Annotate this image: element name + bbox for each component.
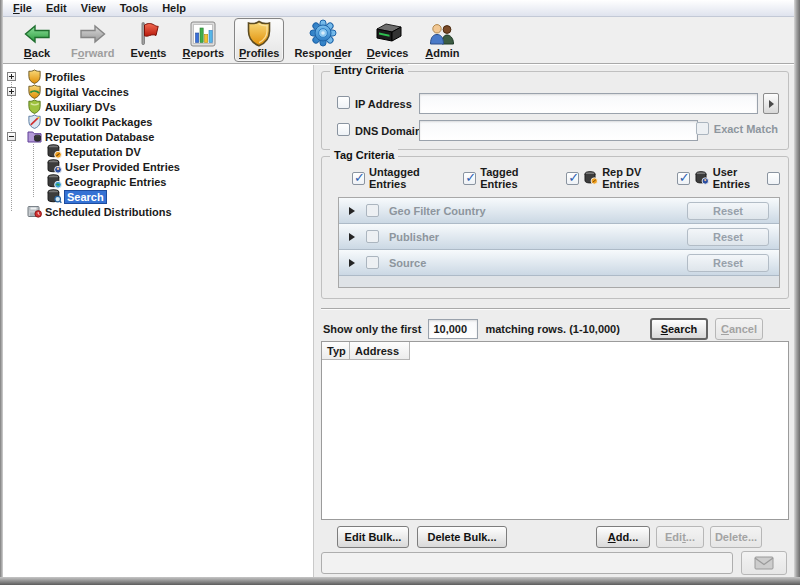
- tree-item-geographic-entries[interactable]: Geographic Entries: [3, 174, 313, 189]
- toolbar-label: Profiles: [239, 47, 279, 60]
- ip-address-input[interactable]: [419, 93, 758, 114]
- tree-item-label: DV Toolkit Packages: [45, 116, 152, 128]
- dns-domain-checkbox[interactable]: [337, 123, 350, 136]
- user-entries-label: User Entries: [713, 166, 767, 190]
- collapse-minus-icon[interactable]: [7, 132, 16, 141]
- tree-item-reputation-dv[interactable]: Reputation DV: [3, 144, 313, 159]
- database-user-icon: [695, 171, 709, 185]
- filter-row-publisher: Publisher Reset: [339, 224, 779, 250]
- menu-help[interactable]: Help: [155, 1, 193, 15]
- menu-tools[interactable]: Tools: [113, 1, 156, 15]
- toolbar-button-admin[interactable]: Admin: [418, 18, 466, 62]
- show-only-prefix-label: Show only the first: [323, 323, 421, 335]
- reset-button[interactable]: Reset: [687, 228, 769, 246]
- toolbar-button-back[interactable]: Back: [13, 18, 61, 62]
- expand-plus-icon[interactable]: [7, 87, 16, 96]
- toolbar-button-responder[interactable]: Responder: [289, 18, 356, 62]
- red-flag-icon: [137, 20, 159, 47]
- search-button[interactable]: Search: [650, 318, 708, 340]
- menu-edit[interactable]: Edit: [39, 1, 74, 15]
- status-row: [321, 551, 789, 575]
- filter-row-source: Source Reset: [339, 250, 779, 276]
- toolbar-button-devices[interactable]: Devices: [362, 18, 414, 62]
- row-count-input[interactable]: [428, 319, 478, 339]
- user-entries-checkbox[interactable]: [677, 172, 690, 185]
- tree-item-dv-toolkit-packages[interactable]: DV Toolkit Packages: [3, 114, 313, 129]
- exact-match-checkbox[interactable]: [696, 122, 709, 135]
- tag-criteria-group: Tag Criteria Untagged Entries Tagged Ent…: [321, 156, 789, 299]
- expand-triangle-icon[interactable]: [349, 259, 355, 267]
- toolbar-button-events[interactable]: Events: [124, 18, 172, 62]
- toolbar-button-profiles[interactable]: Profiles: [234, 18, 284, 62]
- filter-row-geo-country: Geo Filter Country Reset: [339, 198, 779, 224]
- database-search-icon: [47, 189, 62, 204]
- expand-triangle-icon[interactable]: [349, 207, 355, 215]
- tree-item-scheduled-distributions[interactable]: Scheduled Distributions: [3, 204, 313, 219]
- toolbar-label: Reports: [182, 47, 224, 60]
- reset-button[interactable]: Reset: [687, 254, 769, 272]
- tree-item-label: Geographic Entries: [65, 176, 166, 188]
- geo-filter-country-checkbox[interactable]: [366, 204, 379, 217]
- edit-button[interactable]: Edit...: [656, 526, 704, 548]
- entry-criteria-title: Entry Criteria: [330, 64, 408, 76]
- tree-item-search[interactable]: Search: [3, 189, 313, 204]
- toolbar-label: Admin: [425, 47, 459, 60]
- results-table[interactable]: Typ Address: [321, 341, 789, 520]
- tree-item-user-provided-entries[interactable]: User Provided Entries: [3, 159, 313, 174]
- tree-item-label: Reputation DV: [65, 146, 141, 158]
- tree-item-label: Digital Vaccines: [45, 86, 129, 98]
- ip-address-checkbox[interactable]: [337, 96, 350, 109]
- tree-item-label: Scheduled Distributions: [45, 206, 172, 218]
- untagged-entries-checkbox[interactable]: [352, 172, 365, 185]
- reset-button[interactable]: Reset: [687, 202, 769, 220]
- column-header-address[interactable]: Address: [350, 342, 410, 360]
- tree-item-label: Profiles: [45, 71, 85, 83]
- tree-item-label: Auxiliary DVs: [45, 101, 116, 113]
- publisher-checkbox[interactable]: [366, 230, 379, 243]
- extra-checkbox[interactable]: [767, 172, 780, 185]
- rep-dv-entries-checkbox[interactable]: [566, 172, 579, 185]
- expand-plus-icon[interactable]: [7, 72, 16, 81]
- tagged-entries-label: Tagged Entries: [480, 166, 546, 190]
- database-user-icon: [47, 159, 62, 174]
- delete-button[interactable]: Delete...: [710, 526, 762, 548]
- ip-address-label: IP Address: [355, 98, 412, 110]
- tree-item-reputation-database[interactable]: Reputation Database: [3, 129, 313, 144]
- search-panel: Entry Criteria IP Address DNS Domain Exa…: [313, 65, 794, 577]
- tree-item-profiles[interactable]: Profiles: [3, 69, 313, 84]
- source-checkbox[interactable]: [366, 256, 379, 269]
- search-controls-row: Show only the first matching rows. (1-10…: [323, 317, 789, 341]
- tree-item-digital-vaccines[interactable]: Digital Vaccines: [3, 84, 313, 99]
- blue-gear-icon: [309, 19, 337, 47]
- dns-domain-input[interactable]: [419, 120, 698, 141]
- tree-item-label: Reputation Database: [45, 131, 154, 143]
- window-border-right: [794, 0, 800, 585]
- edit-bulk-button[interactable]: Edit Bulk...: [337, 526, 409, 548]
- exact-match-control: Exact Match: [696, 122, 778, 135]
- status-message-field: [321, 552, 733, 574]
- menu-view[interactable]: View: [74, 1, 113, 15]
- toolbar-button-reports[interactable]: Reports: [177, 18, 229, 62]
- gold-shield-icon: [27, 69, 42, 84]
- tagged-entries-checkbox[interactable]: [463, 172, 476, 185]
- menu-file[interactable]: File: [6, 1, 39, 15]
- toolbar-button-forward[interactable]: Forward: [66, 18, 119, 62]
- add-button[interactable]: Add...: [596, 526, 650, 548]
- application-window: File Edit View Tools Help Back Forward E…: [0, 0, 800, 585]
- cancel-button[interactable]: Cancel: [715, 318, 763, 340]
- column-header-typ[interactable]: Typ: [322, 342, 350, 360]
- database-rep-icon: [47, 144, 62, 159]
- tag-filters-container: Geo Filter Country Reset Publisher Reset…: [338, 197, 780, 288]
- delete-bulk-button[interactable]: Delete Bulk...: [417, 526, 507, 548]
- toolbar-label: Events: [130, 47, 166, 60]
- back-arrow-icon: [24, 20, 50, 47]
- gold-shield-icon: [247, 20, 271, 47]
- send-mail-button[interactable]: [741, 551, 787, 575]
- window-border-bottom: [0, 577, 800, 585]
- publisher-label: Publisher: [389, 231, 439, 243]
- main-toolbar: Back Forward Events Reports Profiles: [3, 17, 794, 64]
- ip-address-expand-button[interactable]: [763, 93, 779, 114]
- expand-triangle-icon[interactable]: [349, 233, 355, 241]
- tree-item-auxiliary-dvs[interactable]: Auxiliary DVs: [3, 99, 313, 114]
- server-icon: [373, 20, 403, 47]
